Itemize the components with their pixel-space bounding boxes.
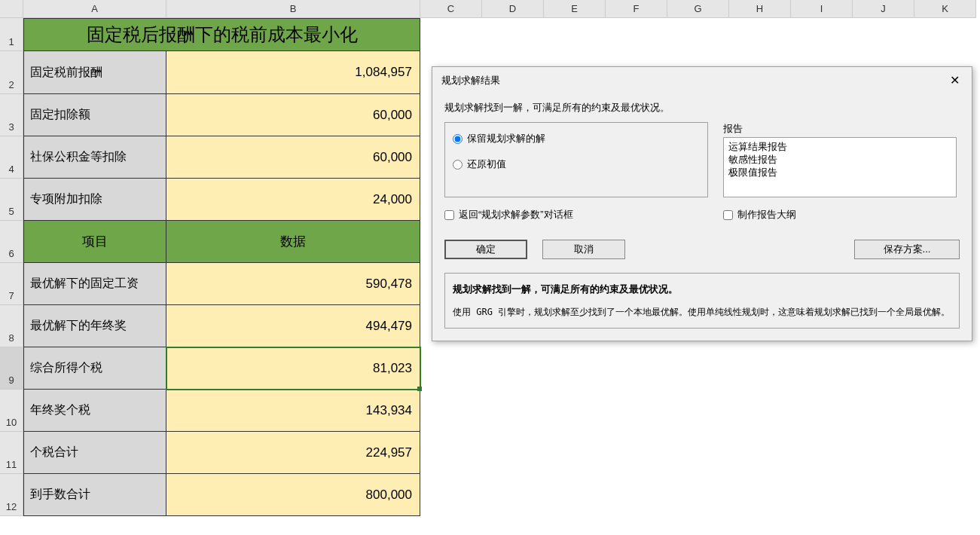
checkbox-outline-label: 制作报告大纲	[737, 208, 796, 222]
col-header-A[interactable]: A	[23, 0, 166, 18]
report-item-sensitivity[interactable]: 敏感性报告	[728, 154, 951, 167]
col-header-H[interactable]: H	[729, 0, 791, 18]
cancel-button[interactable]: 取消	[542, 240, 625, 259]
title-cell[interactable]: 固定税后报酬下的税前成本最小化	[23, 18, 420, 51]
solver-results-dialog: 规划求解结果 ✕ 规划求解找到一解，可满足所有的约束及最优状况。 保留规划求解的…	[432, 66, 972, 341]
result-body-text: 使用 GRG 引擎时，规划求解至少找到了一个本地最优解。使用单纯线性规划时，这意…	[453, 305, 951, 319]
checkbox-return-label: 返回“规划求解参数”对话框	[459, 208, 573, 222]
close-icon[interactable]: ✕	[947, 73, 963, 87]
cell-B2[interactable]: 1,084,957	[166, 51, 420, 94]
reports-section: 报告 运算结果报告 敏感性报告 极限值报告	[723, 122, 960, 197]
cell-B12[interactable]: 800,000	[166, 474, 420, 516]
row-header-9[interactable]: 9	[0, 347, 23, 390]
cell-A12[interactable]: 到手数合计	[23, 474, 166, 516]
col-header-D[interactable]: D	[482, 0, 544, 18]
dialog-body: 规划求解找到一解，可满足所有的约束及最优状况。 保留规划求解的解 还原初值 报告…	[432, 93, 972, 341]
cell-A10[interactable]: 年终奖个税	[23, 390, 166, 432]
solution-options-group: 保留规划求解的解 还原初值	[444, 122, 708, 197]
cell-B10[interactable]: 143,934	[166, 390, 420, 432]
cell-B3[interactable]: 60,000	[166, 94, 420, 136]
row-header-5[interactable]: 5	[0, 179, 23, 221]
row-header-10[interactable]: 10	[0, 390, 23, 432]
report-item-limits[interactable]: 极限值报告	[728, 167, 951, 179]
col-header-F[interactable]: F	[606, 0, 667, 18]
ok-button[interactable]: 确定	[444, 240, 527, 259]
cell-A4[interactable]: 社保公积金等扣除	[23, 136, 166, 179]
cell-A6[interactable]: 项目	[23, 221, 166, 263]
col-header-G[interactable]: G	[667, 0, 729, 18]
checkbox-outline-reports[interactable]: 制作报告大纲	[723, 208, 796, 222]
column-headers-row: A B C D E F G H I J K	[0, 0, 976, 18]
cell-A5[interactable]: 专项附加扣除	[23, 179, 166, 221]
row-header-12[interactable]: 12	[0, 474, 23, 516]
select-all-corner[interactable]	[0, 0, 23, 18]
dialog-title-text: 规划求解结果	[441, 74, 500, 87]
radio-keep-input[interactable]	[453, 134, 463, 144]
cell-A2[interactable]: 固定税前报酬	[23, 51, 166, 94]
save-scenario-button[interactable]: 保存方案...	[854, 240, 960, 259]
checkbox-outline-input[interactable]	[723, 210, 733, 220]
row-header-3[interactable]: 3	[0, 94, 23, 136]
cell-B5[interactable]: 24,000	[166, 179, 420, 221]
cell-A8[interactable]: 最优解下的年终奖	[23, 305, 166, 347]
radio-keep-solution[interactable]: 保留规划求解的解	[453, 132, 700, 145]
dialog-titlebar[interactable]: 规划求解结果 ✕	[432, 67, 972, 93]
col-header-K[interactable]: K	[914, 0, 976, 18]
cell-A11[interactable]: 个税合计	[23, 432, 166, 474]
radio-restore-input[interactable]	[453, 160, 463, 170]
radio-restore-values[interactable]: 还原初值	[453, 157, 700, 171]
row-header-8[interactable]: 8	[0, 305, 23, 347]
reports-label: 报告	[723, 122, 960, 136]
row-header-2[interactable]: 2	[0, 51, 23, 94]
checkbox-return-dialog[interactable]: 返回“规划求解参数”对话框	[444, 208, 723, 222]
col-header-J[interactable]: J	[853, 0, 914, 18]
dialog-message: 规划求解找到一解，可满足所有的约束及最优状况。	[444, 101, 960, 115]
cell-B8[interactable]: 494,479	[166, 305, 420, 347]
row-header-11[interactable]: 11	[0, 432, 23, 474]
row-header-7[interactable]: 7	[0, 263, 23, 305]
cell-A3[interactable]: 固定扣除额	[23, 94, 166, 136]
cell-B4[interactable]: 60,000	[166, 136, 420, 179]
result-heading: 规划求解找到一解，可满足所有的约束及最优状况。	[453, 283, 951, 296]
radio-restore-label: 还原初值	[467, 157, 506, 171]
reports-listbox[interactable]: 运算结果报告 敏感性报告 极限值报告	[723, 137, 957, 197]
report-item-answer[interactable]: 运算结果报告	[728, 141, 951, 154]
result-explanation-panel: 规划求解找到一解，可满足所有的约束及最优状况。 使用 GRG 引擎时，规划求解至…	[444, 273, 960, 329]
row-header-4[interactable]: 4	[0, 136, 23, 179]
row-header-1[interactable]: 1	[0, 18, 23, 51]
cell-B9-selected[interactable]: 81,023	[166, 347, 420, 390]
cell-A7[interactable]: 最优解下的固定工资	[23, 263, 166, 305]
cell-B11[interactable]: 224,957	[166, 432, 420, 474]
checkbox-return-input[interactable]	[444, 210, 454, 220]
cell-B6[interactable]: 数据	[166, 221, 420, 263]
radio-keep-label: 保留规划求解的解	[467, 132, 545, 145]
col-header-E[interactable]: E	[544, 0, 606, 18]
col-header-I[interactable]: I	[791, 0, 853, 18]
cell-B7[interactable]: 590,478	[166, 263, 420, 305]
row-header-6[interactable]: 6	[0, 221, 23, 263]
col-header-C[interactable]: C	[420, 0, 482, 18]
col-header-B[interactable]: B	[166, 0, 420, 18]
cell-A9[interactable]: 综合所得个税	[23, 347, 166, 390]
